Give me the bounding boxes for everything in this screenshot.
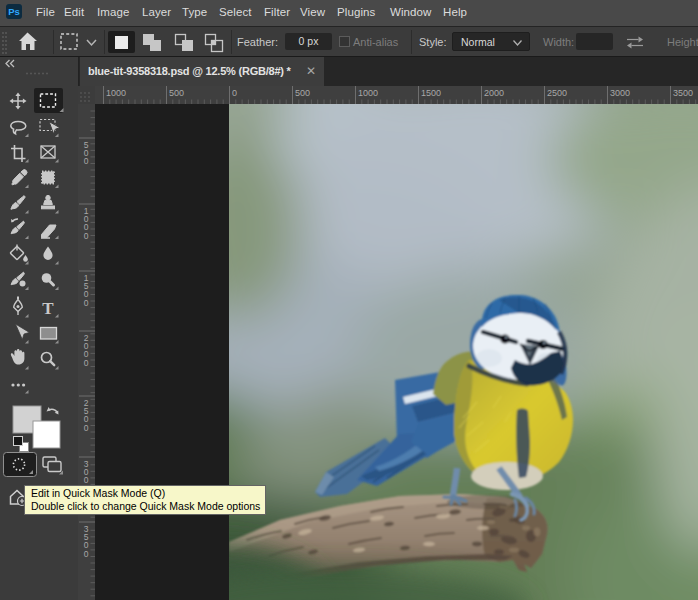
svg-text:0: 0 (84, 358, 89, 368)
svg-text:0: 0 (84, 549, 89, 559)
svg-text:0: 0 (84, 423, 89, 433)
svg-text:1000: 1000 (106, 88, 126, 98)
svg-text:2500: 2500 (547, 88, 567, 98)
svg-text:0: 0 (84, 156, 89, 166)
svg-text:3000: 3000 (610, 88, 630, 98)
svg-text:500: 500 (169, 88, 184, 98)
svg-text:0: 0 (84, 231, 89, 241)
svg-text:1000: 1000 (358, 88, 378, 98)
svg-text:1500: 1500 (421, 88, 441, 98)
svg-text:T: T (42, 299, 54, 318)
svg-text:500: 500 (295, 88, 310, 98)
svg-text:2000: 2000 (484, 88, 504, 98)
svg-text:0: 0 (232, 88, 237, 98)
svg-text:3500: 3500 (673, 88, 693, 98)
svg-text:0: 0 (84, 298, 89, 308)
